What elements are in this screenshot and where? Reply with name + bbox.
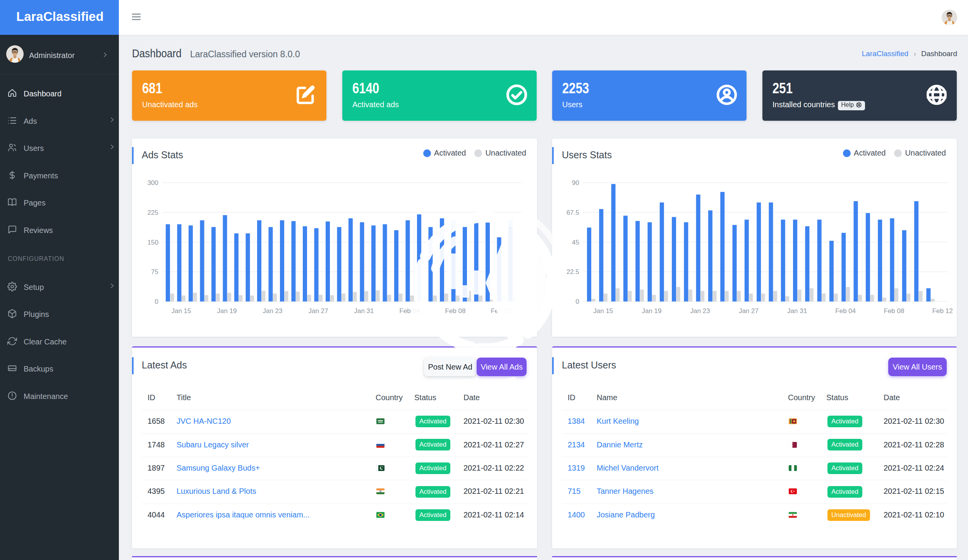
svg-text:Jan 27: Jan 27 (739, 307, 759, 315)
svg-text:Jan 19: Jan 19 (217, 307, 237, 315)
svg-text:75: 75 (151, 268, 158, 276)
svg-text:Jan 27: Jan 27 (308, 307, 328, 315)
svg-text:Feb 04: Feb 04 (835, 307, 856, 315)
svg-text:300: 300 (148, 179, 158, 187)
svg-text:Jan 31: Jan 31 (787, 307, 807, 315)
svg-text:Jan 19: Jan 19 (642, 307, 661, 315)
svg-text:Jan 23: Jan 23 (690, 307, 710, 315)
svg-text:225: 225 (148, 209, 158, 216)
svg-text:Feb 12: Feb 12 (932, 307, 953, 315)
svg-text:150: 150 (148, 239, 158, 246)
svg-text:0: 0 (155, 298, 158, 305)
svg-text:Feb 08: Feb 08 (884, 307, 904, 315)
svg-text:Jan 15: Jan 15 (171, 307, 191, 315)
svg-text:Jan 23: Jan 23 (263, 307, 282, 315)
